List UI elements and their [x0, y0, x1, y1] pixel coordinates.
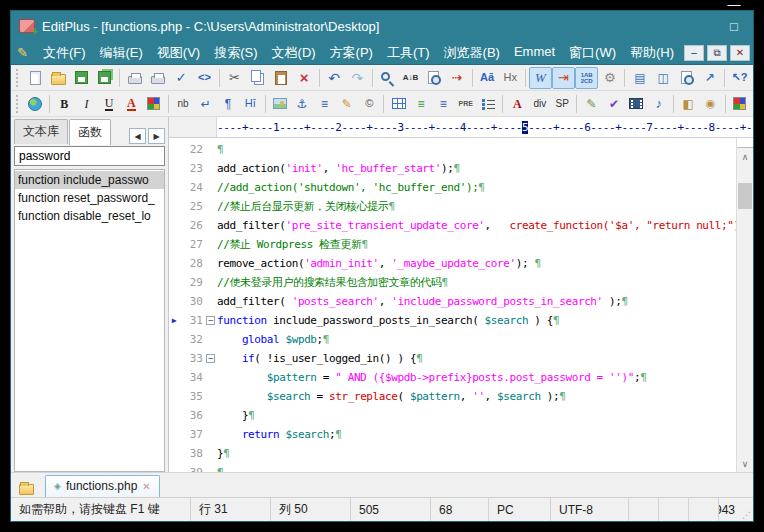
paragraph-tag-button[interactable]: ¶: [217, 93, 239, 115]
menu-item-2[interactable]: 视图(V): [150, 42, 207, 64]
code-line[interactable]: 37 return $search;¶: [169, 425, 736, 444]
code-area[interactable]: 22¶23add_action('init', 'hc_buffer_start…: [169, 138, 736, 472]
undo-button[interactable]: ↶: [323, 67, 346, 89]
text-area-tag-button[interactable]: ✎: [336, 93, 358, 115]
code-line[interactable]: 29//使未登录用户的搜索结果包含加密文章的代码¶: [169, 273, 736, 292]
menu-item-5[interactable]: 方案(P): [323, 42, 380, 64]
sidebar-tab-文本库[interactable]: 文本库: [14, 119, 68, 144]
special-character-button[interactable]: ©: [358, 93, 380, 115]
fold-toggle[interactable]: −: [203, 349, 217, 368]
code-line[interactable]: 24//add_action('shutdown', 'hc_buffer_en…: [169, 178, 736, 197]
browser-source-button[interactable]: <>: [193, 67, 216, 89]
heading-tag-button[interactable]: Hī: [239, 93, 261, 115]
code-line[interactable]: 27//禁止 Wordpress 检查更新¶: [169, 235, 736, 254]
fold-toggle[interactable]: −: [203, 311, 217, 330]
insert-table-button[interactable]: [387, 93, 409, 115]
line-numbers-button[interactable]: 1AB 2CD: [575, 67, 598, 89]
italic-button[interactable]: I: [75, 93, 97, 115]
align-center-button[interactable]: ≡: [432, 93, 454, 115]
open-file-button[interactable]: [47, 67, 70, 89]
insert-media-button[interactable]: [625, 93, 647, 115]
mdi-minimize-button[interactable]: –: [684, 45, 704, 61]
menu-item-8[interactable]: Emmet: [507, 42, 562, 64]
menu-item-1[interactable]: 编辑(E): [93, 42, 150, 64]
directory-button[interactable]: [15, 478, 37, 497]
function-list-item[interactable]: function include_passwo: [15, 171, 164, 189]
tab-close-icon[interactable]: ✕: [142, 481, 150, 492]
windows-colors-button[interactable]: [729, 93, 751, 115]
span-tag-button[interactable]: SP: [551, 93, 573, 115]
show-tabs-spaces-button[interactable]: ⇥: [552, 67, 575, 89]
check-syntax-button[interactable]: ✔: [603, 93, 625, 115]
editor-pane[interactable]: ----+----1----+----2----+----3----+----4…: [169, 117, 753, 472]
mdi-restore-button[interactable]: ⧉: [707, 45, 727, 61]
document-tab-functions.php[interactable]: ◈functions.php✕: [45, 475, 160, 497]
menu-item-9[interactable]: 窗口(W): [562, 42, 623, 64]
menu-item-0[interactable]: 文件(F): [36, 42, 93, 64]
anchor-text-button[interactable]: A: [506, 93, 528, 115]
split-box[interactable]: [737, 138, 753, 148]
code-line[interactable]: 38}¶: [169, 444, 736, 463]
function-list-item[interactable]: function reset_password_: [15, 189, 164, 207]
insert-image-button[interactable]: [268, 93, 290, 115]
radio-buttons-button[interactable]: ◉: [699, 93, 721, 115]
code-line[interactable]: 34 $pattern = " AND ({$wpdb->prefix}post…: [169, 368, 736, 387]
paste-button[interactable]: [269, 67, 292, 89]
vertical-scrollbar[interactable]: ∧ ∨: [736, 138, 753, 472]
goto-line-button[interactable]: ⇢: [445, 67, 468, 89]
sidebar-tab-scroll-left[interactable]: ◀: [129, 128, 146, 144]
document-selector-button[interactable]: ▤: [628, 67, 651, 89]
toolbar-grip[interactable]: [16, 95, 21, 113]
unordered-list-button[interactable]: [477, 93, 499, 115]
code-line[interactable]: 36 }¶: [169, 406, 736, 425]
cut-button[interactable]: ✂: [223, 67, 246, 89]
scroll-up-arrow[interactable]: ∧: [737, 148, 753, 165]
minimize-button[interactable]: —: [719, 0, 749, 15]
window-list-button[interactable]: ◫: [652, 67, 675, 89]
find-in-files-button[interactable]: [422, 67, 445, 89]
bold-button[interactable]: B: [53, 93, 75, 115]
code-line[interactable]: 22¶: [169, 140, 736, 159]
print-button[interactable]: [147, 67, 170, 89]
replace-button[interactable]: A↓B: [399, 67, 422, 89]
code-line[interactable]: 30add_filter( 'posts_search', 'include_p…: [169, 292, 736, 311]
div-tag-button[interactable]: div: [529, 93, 551, 115]
function-search-input[interactable]: [14, 146, 165, 166]
menu-item-10[interactable]: 帮助(H): [623, 42, 681, 64]
resize-grip[interactable]: ⋰: [739, 498, 753, 521]
menu-item-7[interactable]: 浏览器(B): [437, 42, 507, 64]
code-line[interactable]: ▶31−function include_password_posts_in_s…: [169, 311, 736, 330]
maximize-button[interactable]: □: [719, 15, 749, 37]
menu-item-3[interactable]: 搜索(S): [207, 42, 264, 64]
delete-button[interactable]: ×: [293, 67, 316, 89]
color-palette-button[interactable]: [143, 93, 165, 115]
anchor-tag-button[interactable]: ⚓: [291, 93, 313, 115]
form-fields-button[interactable]: ◧: [677, 93, 699, 115]
open-in-browser-button[interactable]: ↗: [698, 67, 721, 89]
browser-window-button[interactable]: [675, 67, 698, 89]
align-left-button[interactable]: ≡: [410, 93, 432, 115]
find-button[interactable]: [376, 67, 399, 89]
code-line[interactable]: 39¶: [169, 463, 736, 472]
code-line[interactable]: 33− if( !is_user_logged_in() ) {¶: [169, 349, 736, 368]
function-list-item[interactable]: function disable_reset_lo: [15, 207, 164, 225]
underline-button[interactable]: U: [98, 93, 120, 115]
code-line[interactable]: 26add_filter('pre_site_transient_update_…: [169, 216, 736, 235]
fold-collapse-icon[interactable]: −: [206, 316, 215, 325]
line-break-button[interactable]: ↵: [194, 93, 216, 115]
mdi-close-button[interactable]: ✕: [730, 45, 750, 61]
font-color-button[interactable]: A: [120, 93, 142, 115]
menu-item-4[interactable]: 文档(D): [265, 42, 323, 64]
sidebar-tab-scroll-right[interactable]: ▶: [148, 128, 165, 144]
code-line[interactable]: 28remove_action('admin_init', '_maybe_up…: [169, 254, 736, 273]
preferences-button[interactable]: ⚙: [598, 67, 621, 89]
code-line[interactable]: 32 global $wpdb;¶: [169, 330, 736, 349]
print-preview-button[interactable]: [123, 67, 146, 89]
new-file-button[interactable]: [24, 67, 47, 89]
toolbar-grip[interactable]: [16, 69, 21, 87]
sidebar-tab-函数[interactable]: 函数: [69, 119, 111, 145]
word-wrap-button[interactable]: W: [529, 67, 552, 89]
save-all-button[interactable]: [93, 67, 116, 89]
scroll-down-arrow[interactable]: ∨: [737, 455, 753, 472]
menu-item-6[interactable]: 工具(T): [380, 42, 437, 64]
